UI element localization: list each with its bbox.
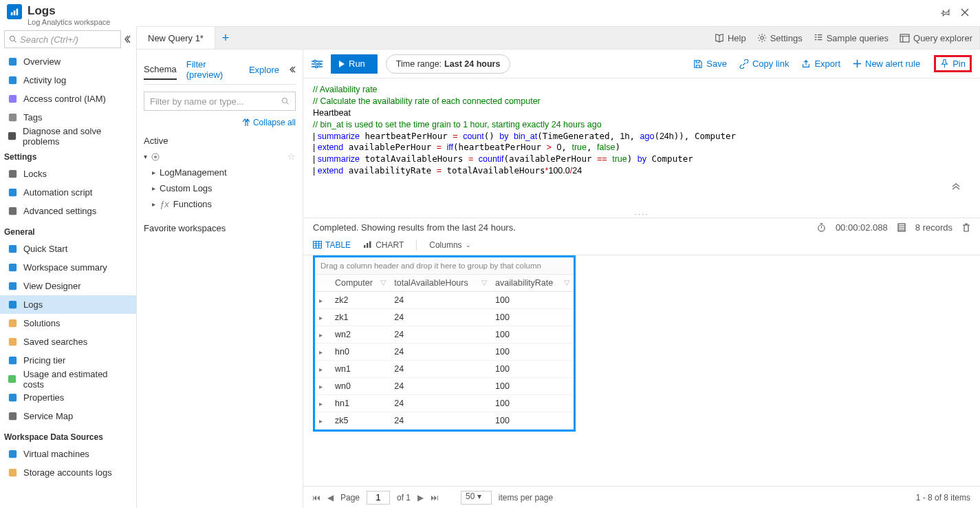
schema-tab-explore[interactable]: Explore — [249, 61, 279, 79]
quick-icon — [7, 244, 18, 255]
settings-sliders-icon[interactable] — [312, 59, 323, 69]
nav-item-saved-searches[interactable]: Saved searches — [0, 332, 136, 351]
toolbar-sample-queries[interactable]: Sample queries — [814, 33, 889, 43]
run-button[interactable]: Run — [331, 54, 378, 74]
table-row[interactable]: ▸zk224100 — [315, 291, 574, 308]
schema-collapse-button[interactable] — [289, 62, 296, 77]
pin-blade-button[interactable] — [937, 4, 954, 21]
pager-last-button[interactable]: ⏭ — [431, 493, 439, 502]
view-tab-chart[interactable]: CHART — [363, 240, 404, 250]
time-range-picker[interactable]: Time range: Last 24 hours — [386, 54, 511, 74]
nav-item-virtual-machines[interactable]: Virtual machines — [0, 445, 136, 463]
table-row[interactable]: ▸zk524100 — [315, 412, 574, 429]
new-tab-button[interactable]: + — [215, 27, 236, 49]
nav-item-storage-accounts-logs[interactable]: Storage accounts logs — [0, 463, 136, 482]
nav-item-usage-and-estimated-costs[interactable]: Usage and estimated costs — [0, 370, 136, 388]
table-row[interactable]: ▸hn124100 — [315, 394, 574, 412]
filter-icon[interactable]: ▽ — [380, 278, 386, 287]
schema-node-functions[interactable]: ▸ƒxFunctions — [144, 196, 296, 212]
toolbar-settings[interactable]: Settings — [757, 33, 803, 43]
query-editor[interactable]: // Availability rate // Calculate the av… — [303, 78, 980, 218]
pager-prev-button[interactable]: ◀ — [327, 493, 334, 502]
col-Computer[interactable]: Computer▽ — [331, 275, 390, 292]
lock-icon — [7, 169, 18, 180]
nav-item-solutions[interactable]: Solutions — [0, 314, 136, 332]
col-availabilityRate[interactable]: availabilityRate▽ — [491, 275, 574, 292]
new-alert-rule-button[interactable]: New alert rule — [853, 59, 920, 69]
pager-page-input[interactable] — [367, 491, 390, 505]
query-tab[interactable]: New Query 1* — [137, 27, 215, 49]
nav-item-properties[interactable]: Properties — [0, 388, 136, 407]
table-row[interactable]: ▸wn024100 — [315, 377, 574, 394]
pin-button[interactable]: Pin — [934, 55, 972, 72]
svg-point-30 — [318, 63, 320, 65]
nav-item-pricing-tier[interactable]: Pricing tier — [0, 351, 136, 370]
nav-item-activity-log[interactable]: Activity log — [0, 71, 136, 89]
nav-item-quick-start[interactable]: Quick Start — [0, 240, 136, 258]
schema-node-custom-logs[interactable]: ▸Custom Logs — [144, 180, 296, 196]
gear-icon — [7, 206, 18, 217]
schema-workspace-node[interactable]: ▾ ☆ — [144, 149, 296, 165]
close-blade-button[interactable] — [957, 4, 973, 21]
nav-item-locks[interactable]: Locks — [0, 165, 136, 183]
editor-expand-button[interactable] — [952, 160, 976, 215]
expand-row-icon[interactable]: ▸ — [319, 348, 323, 356]
expand-row-icon[interactable]: ▸ — [319, 314, 323, 321]
svg-rect-20 — [8, 394, 16, 401]
nav-item-tags[interactable]: Tags — [0, 108, 136, 127]
pager-next-button[interactable]: ▶ — [417, 493, 424, 502]
pager-first-button[interactable]: ⏮ — [312, 493, 320, 502]
col-totalAvailableHours[interactable]: totalAvailableHours▽ — [390, 275, 491, 292]
schema-node-logmanagement[interactable]: ▸LogManagement — [144, 165, 296, 180]
nav-item-view-designer[interactable]: View Designer — [0, 277, 136, 295]
filter-icon[interactable]: ▽ — [564, 278, 569, 287]
nav-item-service-map[interactable]: Service Map — [0, 407, 136, 425]
collapse-nav-button[interactable] — [122, 30, 132, 48]
filter-icon[interactable]: ▽ — [481, 278, 487, 287]
nav-item-automation-script[interactable]: Automation script — [0, 183, 136, 202]
left-nav: Search (Ctrl+/) OverviewActivity logAcce… — [0, 26, 137, 508]
export-icon — [801, 59, 811, 69]
summary-icon — [7, 262, 18, 273]
nav-item-logs[interactable]: Logs — [0, 295, 136, 314]
expand-row-icon[interactable]: ▸ — [319, 297, 323, 304]
expand-row-icon[interactable]: ▸ — [319, 331, 323, 339]
favorite-star-icon[interactable]: ☆ — [287, 151, 296, 162]
table-row[interactable]: ▸zk124100 — [315, 308, 574, 326]
schema-filter-placeholder: Filter by name or type... — [150, 96, 244, 107]
save-button[interactable]: Save — [693, 59, 727, 69]
table-row[interactable]: ▸wn124100 — [315, 360, 574, 377]
delete-icon[interactable] — [962, 223, 970, 232]
nav-item-advanced-settings[interactable]: Advanced settings — [0, 202, 136, 220]
export-button[interactable]: Export — [801, 59, 840, 69]
columns-picker[interactable]: Columns ⌄ — [429, 240, 470, 250]
tags-icon — [7, 112, 18, 123]
expand-row-icon[interactable]: ▸ — [319, 400, 323, 408]
nav-item-workspace-summary[interactable]: Workspace summary — [0, 258, 136, 277]
search-input[interactable]: Search (Ctrl+/) — [4, 30, 121, 48]
schema-tab-schema[interactable]: Schema — [144, 60, 177, 80]
nav-item-diagnose-and-solve-problems[interactable]: Diagnose and solve problems — [0, 127, 136, 145]
schema-tab-filter[interactable]: Filter (preview) — [186, 55, 239, 84]
svg-rect-36 — [367, 243, 369, 248]
table-row[interactable]: ▸hn024100 — [315, 343, 574, 360]
svg-point-31 — [315, 65, 317, 67]
editor-resize-handle[interactable]: ···· — [634, 209, 649, 218]
search-icon — [281, 97, 290, 105]
query-tab-label: New Query 1* — [148, 33, 204, 43]
toolbar-query-explorer[interactable]: Query explorer — [900, 33, 972, 43]
nav-item-access-control-iam-[interactable]: Access control (IAM) — [0, 89, 136, 108]
nav-item-overview[interactable]: Overview — [0, 52, 136, 71]
expand-row-icon[interactable]: ▸ — [319, 417, 323, 425]
pager-size-select[interactable]: 50 ▾ — [461, 491, 492, 505]
collapse-all-button[interactable]: Collapse all — [144, 115, 296, 133]
view-tab-table[interactable]: TABLE — [313, 240, 351, 250]
table-row[interactable]: ▸wn224100 — [315, 326, 574, 343]
copy-link-button[interactable]: Copy link — [739, 59, 789, 69]
book-icon — [715, 33, 724, 43]
expand-row-icon[interactable]: ▸ — [319, 383, 323, 390]
toolbar-help[interactable]: Help — [715, 33, 746, 43]
expand-row-icon[interactable]: ▸ — [319, 366, 323, 373]
props-icon — [7, 392, 18, 403]
schema-filter-input[interactable]: Filter by name or type... — [144, 92, 296, 111]
